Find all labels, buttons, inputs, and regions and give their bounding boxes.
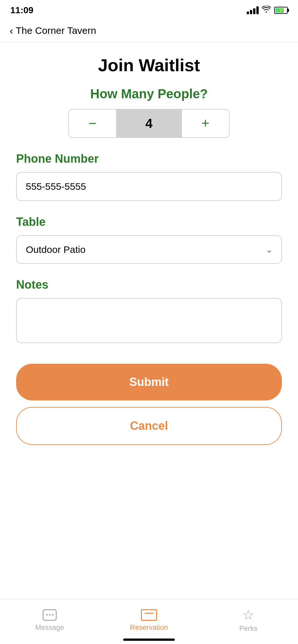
notes-section: Notes — [16, 278, 282, 344]
reservation-icon — [141, 609, 157, 621]
counter-value-wrap: 4 — [116, 110, 182, 137]
buttons-section: Submit Cancel — [16, 364, 282, 445]
message-icon — [43, 609, 57, 621]
back-label: The Corner Tavern — [16, 25, 96, 36]
signal-icon — [247, 6, 259, 14]
notes-input[interactable] — [16, 298, 282, 343]
cancel-button[interactable]: Cancel — [16, 407, 282, 445]
table-select-wrapper: Indoor Outdoor Patio Bar Private Room ⌄ — [16, 235, 282, 264]
page-title: Join Waitlist — [16, 55, 282, 75]
wifi-icon — [262, 6, 271, 15]
home-indicator — [123, 639, 175, 641]
people-counter: − 4 + — [68, 109, 230, 138]
minus-icon: − — [89, 116, 97, 131]
phone-label: Phone Number — [16, 152, 282, 166]
notes-label: Notes — [16, 278, 282, 292]
nav-bar: ‹ The Corner Tavern — [0, 19, 298, 42]
submit-button[interactable]: Submit — [16, 364, 282, 400]
tab-bar: Message Reservation ☆ Perks — [0, 599, 298, 644]
phone-input[interactable] — [16, 172, 282, 201]
tab-reservation-label: Reservation — [130, 623, 168, 632]
battery-icon: ⚡ — [274, 7, 288, 14]
main-content: Join Waitlist How Many People? − 4 + Pho… — [0, 42, 298, 509]
table-label: Table — [16, 215, 282, 229]
back-button[interactable]: ‹ The Corner Tavern — [10, 25, 96, 36]
table-select[interactable]: Indoor Outdoor Patio Bar Private Room — [16, 235, 282, 264]
tab-perks[interactable]: ☆ Perks — [199, 608, 298, 633]
counter-value: 4 — [145, 116, 153, 131]
people-label: How Many People? — [16, 87, 282, 101]
phone-section: Phone Number — [16, 152, 282, 201]
people-section: How Many People? − 4 + — [16, 87, 282, 138]
increment-button[interactable]: + — [182, 110, 229, 137]
status-bar: 11:09 ⚡ — [0, 0, 298, 19]
tab-message[interactable]: Message — [0, 609, 99, 632]
star-icon: ☆ — [242, 608, 254, 622]
plus-icon: + — [202, 116, 210, 131]
tab-reservation[interactable]: Reservation — [99, 609, 199, 632]
back-chevron-icon: ‹ — [10, 25, 13, 36]
tab-message-label: Message — [35, 623, 64, 632]
status-icons: ⚡ — [247, 6, 288, 15]
decrement-button[interactable]: − — [69, 110, 116, 137]
status-time: 11:09 — [10, 5, 34, 15]
tab-perks-label: Perks — [239, 624, 257, 633]
table-section: Table Indoor Outdoor Patio Bar Private R… — [16, 215, 282, 264]
